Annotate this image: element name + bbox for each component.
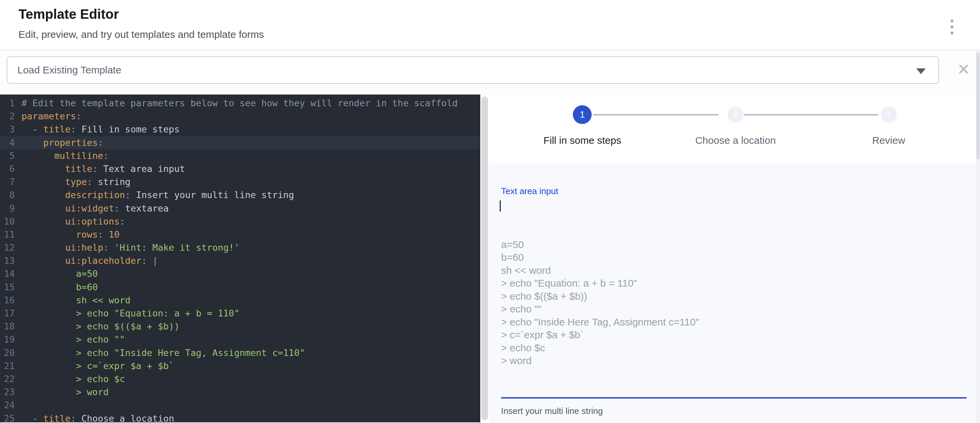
token-punct: : (87, 177, 98, 187)
placeholder-line: > echo "Equation: a + b = 110" (501, 277, 967, 290)
code-text: > c=`expr $a + $b` (21, 359, 480, 372)
editor-scrollbar-thumb[interactable] (481, 97, 488, 420)
code-line[interactable]: 17 > echo "Equation: a + b = 110" (0, 307, 480, 320)
code-line[interactable]: 14 a=50 (0, 267, 480, 280)
clear-selection-button[interactable]: ✕ (952, 58, 975, 81)
token-val: Text area input (103, 163, 185, 174)
code-line[interactable]: 12 ui:help: 'Hint: Make it strong!' (0, 241, 480, 254)
yaml-code-editor[interactable]: 1# Edit the template parameters below to… (0, 95, 480, 422)
code-text: ui:options: (21, 215, 480, 228)
step-choose-a-location[interactable]: 2Choose a location (659, 95, 812, 164)
code-text: ui:placeholder: | (21, 254, 480, 267)
code-line[interactable]: 22 > echo $c (0, 372, 480, 385)
line-number: 8 (0, 189, 21, 201)
token-key: title (43, 413, 70, 423)
token-key: title (43, 124, 70, 135)
line-number: 18 (0, 320, 21, 333)
code-line[interactable]: 16 sh << word (0, 294, 480, 307)
page-subtitle: Edit, preview, and try out templates and… (18, 29, 264, 40)
token-key: ui:placeholder (65, 255, 142, 266)
editor-scrollbar-track (480, 95, 489, 422)
token-key: title (65, 163, 92, 174)
token-str: > echo $c (21, 374, 125, 384)
token-punct (21, 163, 65, 174)
code-line[interactable]: 11 rows: 10 (0, 228, 480, 241)
line-number: 15 (0, 280, 21, 294)
token-val: string (98, 177, 131, 187)
code-line[interactable]: 20 > echo "Inside Here Tag, Assignment c… (0, 346, 480, 359)
token-punct (21, 151, 54, 161)
code-text: properties: (21, 136, 480, 149)
line-number: 20 (0, 346, 21, 359)
token-punct (21, 229, 76, 240)
kebab-menu-icon[interactable] (944, 15, 960, 39)
code-line[interactable]: 1# Edit the template parameters below to… (0, 97, 480, 109)
code-text: > echo "Equation: a + b = 110" (21, 307, 480, 320)
line-number: 25 (0, 412, 21, 423)
code-text: description: Insert your multi line stri… (21, 189, 480, 201)
text-cursor (500, 200, 501, 211)
code-line[interactable]: 18 > echo $(($a + $b)) (0, 320, 480, 333)
caret-down-icon (916, 68, 926, 74)
step-circle-box: 3 (881, 105, 897, 124)
line-number: 23 (0, 385, 21, 399)
code-line[interactable]: 5 multiline: (0, 149, 480, 162)
code-line[interactable]: 25 - title: Choose a location (0, 412, 480, 423)
token-val: textarea (125, 203, 169, 214)
placeholder-line: > word (501, 354, 967, 368)
step-review[interactable]: 3Review (812, 95, 965, 164)
code-line[interactable]: 3 - title: Fill in some steps (0, 123, 480, 136)
code-text: ui:help: 'Hint: Make it strong!' (21, 241, 480, 254)
token-str: > c=`expr $a + $b` (21, 361, 174, 371)
code-line[interactable]: 19 > echo "" (0, 333, 480, 346)
step-label: Fill in some steps (543, 135, 621, 146)
token-punct: - (21, 124, 43, 135)
load-template-select[interactable]: Load Existing Template (7, 56, 939, 84)
code-line[interactable]: 8 description: Insert your multi line st… (0, 189, 480, 201)
textarea-placeholder: a=50b=60sh << word> echo "Equation: a + … (501, 238, 967, 368)
field-description: Insert your multi line string (501, 406, 967, 416)
line-number: 11 (0, 228, 21, 241)
line-number: 13 (0, 254, 21, 267)
page-scrollbar-thumb[interactable] (976, 52, 980, 160)
code-text: a=50 (21, 267, 480, 280)
placeholder-line: b=60 (501, 251, 967, 264)
code-line[interactable]: 7 type: string (0, 175, 480, 189)
code-text: > echo "Inside Here Tag, Assignment c=11… (21, 346, 480, 359)
code-line[interactable]: 13 ui:placeholder: | (0, 254, 480, 267)
stepper: 1Fill in some steps2Choose a location3Re… (489, 95, 980, 164)
token-val: Fill in some steps (81, 124, 180, 135)
token-punct: : (70, 413, 81, 423)
code-text: multiline: (21, 149, 480, 162)
line-number: 14 (0, 267, 21, 280)
line-number: 24 (0, 399, 21, 412)
code-line[interactable]: 9 ui:widget: textarea (0, 202, 480, 215)
code-line[interactable]: 10 ui:options: (0, 215, 480, 228)
line-number: 21 (0, 359, 21, 372)
close-icon: ✕ (957, 61, 970, 78)
code-text: - title: Fill in some steps (21, 123, 480, 136)
code-line[interactable]: 6 title: Text area input (0, 162, 480, 175)
token-punct: : (114, 203, 125, 214)
page-title: Template Editor (18, 7, 119, 22)
token-str: 'Hint: Make it strong!' (114, 242, 239, 253)
token-punct: : (103, 242, 115, 253)
code-line[interactable]: 24 (0, 399, 480, 412)
code-lines: 1# Edit the template parameters below to… (0, 97, 480, 422)
code-line[interactable]: 21 > c=`expr $a + $b` (0, 359, 480, 372)
code-line[interactable]: 23 > word (0, 385, 480, 399)
textarea-input[interactable]: a=50b=60sh << word> echo "Equation: a + … (501, 200, 967, 393)
step-connector (593, 114, 718, 115)
placeholder-line: sh << word (501, 264, 967, 277)
step-number-badge: 3 (881, 106, 897, 123)
step-label: Choose a location (695, 135, 776, 146)
step-fill-in-some-steps[interactable]: 1Fill in some steps (506, 95, 659, 164)
line-number: 1 (0, 97, 21, 109)
code-text: > word (21, 385, 480, 399)
token-punct: : (142, 255, 153, 266)
code-line[interactable]: 4 properties: (0, 136, 480, 149)
code-line[interactable]: 15 b=60 (0, 280, 480, 294)
step-circle-box: 2 (727, 105, 743, 124)
step-label: Review (872, 135, 905, 146)
code-line[interactable]: 2parameters: (0, 109, 480, 123)
